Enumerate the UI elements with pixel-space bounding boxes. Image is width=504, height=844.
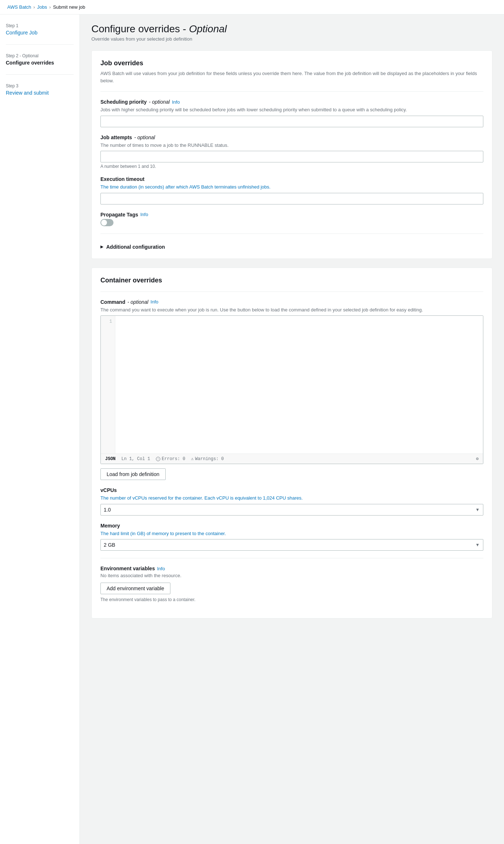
container-divider	[100, 291, 483, 292]
memory-description: The hard limit (in GB) of memory to pres…	[100, 530, 483, 537]
warnings-icon: ⚠	[191, 456, 194, 462]
toggle-track	[100, 219, 113, 226]
sidebar-step-2-label: Step 2 - Optional	[6, 53, 74, 58]
card-divider	[100, 91, 483, 92]
execution-timeout-label: Execution timeout	[100, 176, 483, 182]
memory-label: Memory	[100, 523, 483, 529]
propagate-tags-label: Propagate Tags Info	[100, 212, 483, 218]
command-label: Command - optional Info	[100, 299, 483, 305]
sidebar-step-3: Step 3 Review and submit	[6, 83, 74, 96]
breadcrumb-aws-batch[interactable]: AWS Batch	[7, 4, 31, 10]
job-attempts-label: Job attempts - optional	[100, 135, 483, 140]
memory-field: Memory The hard limit (in GB) of memory …	[100, 523, 483, 551]
scheduling-priority-optional: - optional	[149, 99, 170, 105]
code-warnings: ⚠ Warnings: 0	[191, 456, 224, 462]
code-format-label: JSON	[105, 456, 116, 462]
sidebar-step-2: Step 2 - Optional Configure overrides	[6, 53, 74, 66]
env-vars-field: Environment variables Info No items asso…	[100, 566, 483, 602]
container-overrides-title: Container overrides	[100, 277, 483, 284]
job-attempts-input[interactable]	[100, 151, 483, 162]
code-settings-icon[interactable]: ⚙	[476, 456, 479, 462]
execution-timeout-description: The time duration (in seconds) after whi…	[100, 183, 483, 191]
propagate-tags-info-link[interactable]: Info	[140, 212, 148, 217]
env-vars-info-link[interactable]: Info	[157, 566, 165, 571]
vcpus-select-wrapper: 1.0 2.0 4.0 8.0 ▼	[100, 504, 483, 516]
page-subtitle: Override values from your selected job d…	[91, 36, 492, 42]
vcpus-select[interactable]: 1.0 2.0 4.0 8.0	[100, 504, 483, 516]
sidebar-step-3-label: Step 3	[6, 83, 74, 88]
job-attempts-optional: - optional	[134, 135, 155, 140]
add-environment-variable-button[interactable]: Add environment variable	[100, 583, 170, 594]
propagate-tags-toggle-wrapper	[100, 219, 483, 226]
scheduling-priority-input[interactable]	[100, 116, 483, 127]
env-vars-divider	[100, 558, 483, 558]
sidebar-item-configure-overrides: Configure overrides	[6, 60, 54, 66]
code-errors: ○ Errors: 0	[156, 456, 185, 462]
propagate-tags-toggle[interactable]	[100, 219, 113, 226]
toggle-thumb	[101, 220, 107, 226]
scheduling-priority-label: Scheduling priority - optional Info	[100, 99, 483, 105]
container-overrides-card: Container overrides Command - optional I…	[91, 268, 492, 619]
vcpus-description: The number of vCPUs reserved for the con…	[100, 495, 483, 502]
sidebar: Step 1 Configure Job Step 2 - Optional C…	[0, 15, 80, 844]
sidebar-item-review-submit: Review and submit	[6, 90, 49, 96]
vcpus-label: vCPUs	[100, 487, 483, 493]
env-vars-empty: No items associated with the resource.	[100, 573, 483, 578]
command-description: The command you want to execute when you…	[100, 306, 483, 314]
execution-timeout-input[interactable]	[100, 193, 483, 204]
vcpus-field: vCPUs The number of vCPUs reserved for t…	[100, 487, 483, 516]
collapsible-arrow-icon: ▶	[100, 245, 103, 249]
breadcrumb-sep-2: ›	[49, 4, 51, 10]
code-editor-body: 1	[101, 316, 483, 454]
load-from-job-definition-button[interactable]: Load from job definition	[100, 468, 166, 480]
code-cursor: Ln 1, Col 1	[121, 456, 150, 462]
job-overrides-description: AWS Batch will use values from your job …	[100, 70, 483, 84]
sidebar-item-configure-job[interactable]: Configure Job	[6, 30, 37, 36]
sidebar-divider-1	[6, 44, 74, 45]
main-content: Configure overrides - Optional Override …	[80, 15, 504, 844]
code-editor-footer: JSON Ln 1, Col 1 ○ Errors: 0 ⚠ Warnings:…	[101, 454, 483, 464]
breadcrumb-current: Submit new job	[53, 4, 85, 10]
env-vars-label: Environment variables Info	[100, 566, 483, 571]
propagate-tags-field: Propagate Tags Info	[100, 212, 483, 226]
scheduling-priority-field: Scheduling priority - optional Info Jobs…	[100, 99, 483, 127]
sidebar-step-1: Step 1 Configure Job	[6, 23, 74, 36]
code-editor: 1 JSON Ln 1, Col 1 ○ Errors: 0	[100, 315, 483, 464]
memory-select-wrapper: 1 GB 2 GB 4 GB 8 GB ▼	[100, 539, 483, 551]
command-optional: - optional	[127, 299, 148, 305]
job-attempts-description: The number of times to move a job to the…	[100, 142, 483, 149]
command-field: Command - optional Info The command you …	[100, 299, 483, 480]
breadcrumb-jobs[interactable]: Jobs	[37, 4, 47, 10]
job-attempts-hint: A number between 1 and 10.	[100, 164, 483, 169]
additional-config-divider	[100, 233, 483, 234]
code-editor-gutter: 1	[101, 316, 115, 454]
breadcrumb-sep-1: ›	[33, 4, 35, 10]
job-overrides-title: Job overrides	[100, 59, 483, 67]
scheduling-priority-description: Jobs with higher scheduling priority wil…	[100, 106, 483, 113]
additional-config-toggle[interactable]: ▶ Additional configuration	[100, 241, 483, 250]
sidebar-step-1-label: Step 1	[6, 23, 74, 28]
job-attempts-field: Job attempts - optional The number of ti…	[100, 135, 483, 169]
env-vars-hint: The environment variables to pass to a c…	[100, 597, 483, 602]
memory-select[interactable]: 1 GB 2 GB 4 GB 8 GB	[100, 539, 483, 551]
job-overrides-card: Job overrides AWS Batch will use values …	[91, 50, 492, 259]
additional-config-label: Additional configuration	[106, 244, 165, 250]
command-info-link[interactable]: Info	[150, 299, 158, 305]
line-number-1: 1	[101, 318, 115, 325]
breadcrumb: AWS Batch › Jobs › Submit new job	[0, 0, 504, 15]
code-editor-textarea[interactable]	[115, 316, 483, 454]
scheduling-priority-info-link[interactable]: Info	[172, 99, 180, 105]
code-editor-footer-left: JSON Ln 1, Col 1 ○ Errors: 0 ⚠ Warnings:…	[105, 456, 224, 462]
page-title: Configure overrides - Optional	[91, 23, 492, 35]
sidebar-divider-2	[6, 74, 74, 75]
execution-timeout-field: Execution timeout The time duration (in …	[100, 176, 483, 204]
errors-icon: ○	[156, 457, 160, 461]
